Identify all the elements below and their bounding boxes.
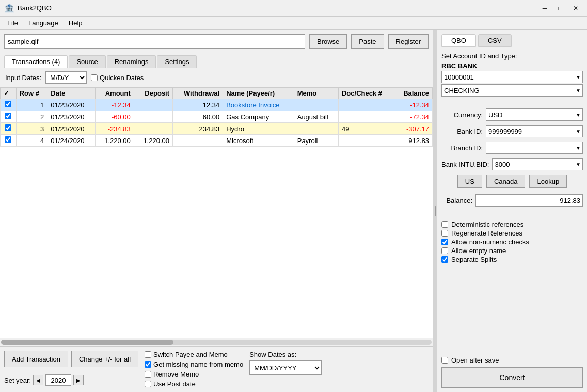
cell-check[interactable] — [1, 123, 17, 135]
switch-payee-checkbox[interactable] — [145, 351, 151, 358]
remove-memo-checkbox[interactable] — [145, 371, 151, 378]
col-memo: Memo — [294, 88, 338, 99]
transactions-table: ✓ Row # Date Amount Deposit Withdrawal N… — [0, 87, 433, 147]
col-balance: Balance — [394, 88, 432, 99]
convert-button[interactable]: Convert — [441, 367, 583, 388]
maximize-button[interactable]: □ — [553, 3, 567, 14]
col-doc: Doc/Check # — [338, 88, 394, 99]
get-missing-name-label[interactable]: Get missing name from memo — [145, 360, 243, 368]
cell-check[interactable] — [1, 111, 17, 123]
cell-check[interactable] — [1, 135, 17, 147]
col-amount: Amount — [95, 88, 134, 99]
bank-intu-wrapper: 3000 ▼ — [492, 158, 583, 170]
regenerate-checkbox[interactable] — [441, 230, 448, 237]
cell-withdrawal: 234.83 — [173, 123, 223, 135]
set-account-section: Set Account ID and Type: RBC BANK 100000… — [441, 52, 583, 98]
allow-empty-name-label[interactable]: Allow empty name — [441, 247, 583, 255]
regenerate-label[interactable]: Regenerate References — [441, 229, 583, 237]
quicken-dates-checkbox[interactable] — [91, 74, 98, 81]
account-id-select[interactable]: 10000001 — [441, 71, 583, 83]
cell-deposit: 1,220.00 — [134, 135, 172, 147]
cell-date: 01/23/2020 — [47, 99, 95, 111]
tab-source[interactable]: Source — [69, 55, 105, 68]
left-panel: Browse Paste Register Transactions (4) S… — [0, 30, 433, 392]
menu-help[interactable]: Help — [64, 18, 88, 28]
minimize-button[interactable]: ─ — [537, 3, 552, 14]
cell-deposit — [134, 99, 172, 111]
set-year-row: Set year: ◀ 2020 ▶ — [4, 374, 138, 386]
tab-settings[interactable]: Settings — [157, 55, 197, 68]
set-account-label: Set Account ID and Type: — [441, 52, 583, 60]
cell-date: 01/23/2020 — [47, 123, 95, 135]
get-missing-name-checkbox[interactable] — [145, 361, 151, 368]
tab-qbo[interactable]: QBO — [441, 34, 476, 47]
table-row: 401/24/20201,220.001,220.00MicrosoftPayr… — [1, 135, 433, 147]
cell-check[interactable] — [1, 99, 17, 111]
cell-date: 01/23/2020 — [47, 111, 95, 123]
account-type-select[interactable]: CHECKING SAVINGS CREDITCARD — [441, 84, 583, 97]
close-button[interactable]: ✕ — [568, 3, 583, 14]
scrollbar-track[interactable] — [1, 340, 432, 345]
remove-memo-label[interactable]: Remove Memo — [145, 370, 243, 378]
tab-csv[interactable]: CSV — [478, 34, 512, 47]
menu-language[interactable]: Language — [23, 18, 64, 28]
show-dates-select[interactable]: MM/DD/YYYY DD/MM/YYYY YYYY/MM/DD — [249, 360, 322, 375]
switch-payee-text: Switch Payee and Memo — [153, 351, 228, 358]
year-next-button[interactable]: ▶ — [73, 375, 84, 385]
cell-balance: -72.34 — [394, 111, 432, 123]
deterministic-label[interactable]: Deterministic references — [441, 221, 583, 228]
balance-row: Balance: — [441, 194, 583, 207]
col-withdrawal: Withdrawal — [173, 88, 223, 99]
allow-non-numeric-label[interactable]: Allow non-numeric checks — [441, 238, 583, 246]
add-transaction-button[interactable]: Add Transaction — [4, 351, 68, 367]
separate-splits-label[interactable]: Separate Splits — [441, 256, 583, 263]
use-post-date-checkbox[interactable] — [145, 381, 151, 387]
file-input[interactable] — [4, 34, 305, 49]
cell-doc — [338, 111, 394, 123]
cell-memo — [294, 123, 338, 135]
lookup-button[interactable]: Lookup — [529, 175, 567, 188]
cell-name: Hydro — [223, 123, 294, 135]
col-check: ✓ — [1, 88, 17, 99]
menubar: File Language Help — [0, 17, 587, 30]
quicken-dates-checkbox-label[interactable]: Quicken Dates — [91, 74, 144, 82]
bank-id-label: Bank ID: — [441, 128, 483, 135]
cell-withdrawal — [173, 135, 223, 147]
open-after-save-checkbox[interactable] — [441, 357, 448, 364]
register-button[interactable]: Register — [388, 34, 429, 49]
separate-splits-checkbox[interactable] — [441, 256, 448, 263]
bank-id-select[interactable]: 999999999 — [486, 125, 583, 137]
allow-non-numeric-checkbox[interactable] — [441, 239, 448, 245]
currency-select[interactable]: USD CAD EUR — [486, 108, 583, 121]
year-prev-button[interactable]: ◀ — [33, 375, 43, 385]
cell-amount: -234.83 — [95, 123, 134, 135]
cell-memo — [294, 99, 338, 111]
change-for-all-button[interactable]: Change +/- for all — [71, 351, 138, 367]
switch-payee-label[interactable]: Switch Payee and Memo — [145, 351, 243, 358]
canada-button[interactable]: Canada — [486, 175, 526, 188]
use-post-date-label[interactable]: Use Post date — [145, 380, 243, 388]
scrollbar-thumb[interactable] — [1, 340, 173, 345]
date-format-select[interactable]: M/D/Y D/M/Y Y/M/D — [45, 71, 87, 84]
allow-non-numeric-text: Allow non-numeric checks — [451, 238, 529, 246]
us-button[interactable]: US — [457, 175, 482, 188]
browse-button[interactable]: Browse — [309, 34, 347, 49]
tab-renamings[interactable]: Renamings — [107, 55, 156, 68]
balance-input[interactable] — [475, 194, 583, 207]
deterministic-checkbox[interactable] — [441, 221, 448, 228]
col-date: Date — [47, 88, 95, 99]
cell-doc: 49 — [338, 123, 394, 135]
allow-empty-name-checkbox[interactable] — [441, 247, 448, 254]
paste-button[interactable]: Paste — [351, 34, 384, 49]
branch-id-select[interactable] — [486, 142, 583, 154]
tab-transactions[interactable]: Transactions (4) — [4, 55, 68, 68]
horizontal-scrollbar[interactable] — [0, 338, 433, 346]
branch-id-row: Branch ID: ▼ — [441, 142, 583, 154]
col-deposit: Deposit — [134, 88, 172, 99]
open-after-save-label[interactable]: Open after save — [441, 356, 583, 364]
cell-deposit — [134, 123, 172, 135]
panel-splitter[interactable] — [433, 30, 437, 392]
menu-file[interactable]: File — [2, 18, 23, 28]
cell-row: 1 — [16, 99, 47, 111]
bank-intu-select[interactable]: 3000 — [492, 158, 583, 170]
